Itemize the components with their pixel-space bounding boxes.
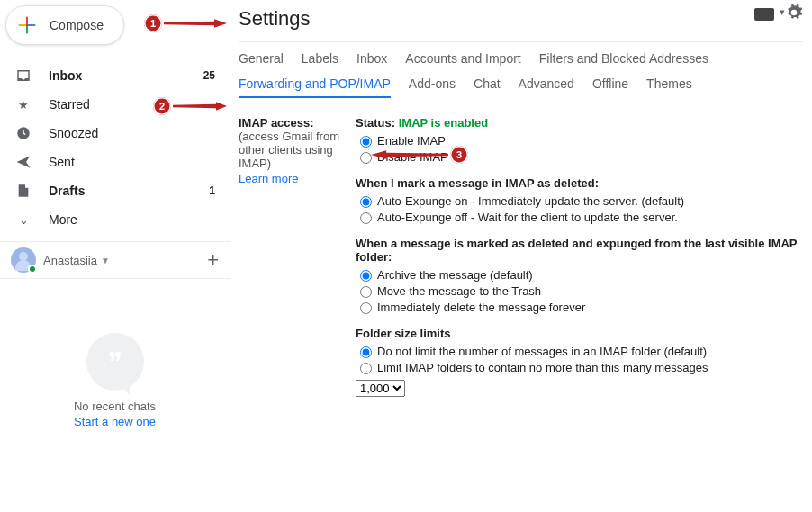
svg-rect-0 xyxy=(26,17,28,24)
account-name: Anastasiia xyxy=(43,254,97,267)
sidebar-count: 25 xyxy=(197,69,215,82)
sidebar-item-more[interactable]: ⌄ More xyxy=(0,205,230,234)
svg-rect-1 xyxy=(28,24,35,26)
sidebar-label: Drafts xyxy=(49,184,197,198)
disable-imap-label: Disable IMAP xyxy=(377,150,448,164)
delete-forever-label: Immediately delete the message forever xyxy=(377,301,585,314)
expunge-on-radio[interactable] xyxy=(360,196,372,208)
imap-note: other clients using xyxy=(239,143,352,157)
send-icon xyxy=(14,154,32,170)
tab-inbox[interactable]: Inbox xyxy=(356,51,387,71)
svg-rect-3 xyxy=(19,24,26,26)
chevron-down-icon: ⌄ xyxy=(14,213,32,227)
sidebar-item-inbox[interactable]: Inbox 25 xyxy=(0,61,230,90)
limit-label: Limit IMAP folders to contain no more th… xyxy=(377,361,708,374)
learn-more-link[interactable]: Learn more xyxy=(239,172,298,185)
expunge-off-label: Auto-Expunge off - Wait for the client t… xyxy=(377,211,678,224)
clock-icon xyxy=(14,125,32,141)
delete-forever-option[interactable]: Immediately delete the message forever xyxy=(356,300,803,314)
limit-radio[interactable] xyxy=(360,363,372,374)
sidebar-item-drafts[interactable]: Drafts 1 xyxy=(0,176,230,205)
expunge-off-radio[interactable] xyxy=(360,212,372,224)
hangouts-icon: ❞ xyxy=(86,333,144,391)
delete-forever-radio[interactable] xyxy=(360,302,372,314)
sidebar-label: Inbox xyxy=(49,68,197,83)
no-limit-option[interactable]: Do not limit the number of messages in a… xyxy=(356,344,803,358)
compose-button[interactable]: Compose xyxy=(5,5,124,45)
folder-limits-heading: Folder size limits xyxy=(356,327,803,340)
status-value: IMAP is enabled xyxy=(399,116,488,130)
disable-imap-option[interactable]: Disable IMAP xyxy=(356,149,803,164)
imap-note: IMAP) xyxy=(239,157,352,170)
enable-imap-radio[interactable] xyxy=(360,136,372,148)
compose-label: Compose xyxy=(50,18,104,32)
imap-note: (access Gmail from xyxy=(239,130,352,143)
limit-option[interactable]: Limit IMAP folders to contain no more th… xyxy=(356,360,803,374)
settings-tabs-2: Forwarding and POP/IMAP Add-ons Chat Adv… xyxy=(239,76,803,103)
presence-indicator xyxy=(28,265,37,274)
tab-themes[interactable]: Themes xyxy=(646,76,692,98)
gear-icon[interactable] xyxy=(785,4,803,24)
tab-accounts[interactable]: Accounts and Import xyxy=(405,51,520,71)
account-row[interactable]: Anastasiia ▼ + xyxy=(0,241,230,279)
tab-addons[interactable]: Add-ons xyxy=(409,76,456,98)
expunge-on-option[interactable]: Auto-Expunge on - Immediately update the… xyxy=(356,193,803,208)
page-title: Settings xyxy=(239,5,803,38)
tab-forwarding-pop-imap[interactable]: Forwarding and POP/IMAP xyxy=(239,76,391,98)
caret-down-icon: ▼ xyxy=(101,256,110,265)
tab-advanced[interactable]: Advanced xyxy=(519,76,574,98)
sidebar-label: Sent xyxy=(49,155,197,169)
sidebar-item-starred[interactable]: ★ Starred xyxy=(0,90,230,119)
trash-label: Move the message to the Trash xyxy=(377,284,541,298)
tab-chat[interactable]: Chat xyxy=(474,76,501,98)
archive-option[interactable]: Archive the message (default) xyxy=(356,267,803,282)
sidebar-label: Starred xyxy=(49,97,197,112)
tab-labels[interactable]: Labels xyxy=(302,51,338,71)
start-new-chat-link[interactable]: Start a new one xyxy=(0,415,230,428)
sidebar-count: 1 xyxy=(197,184,215,197)
inbox-icon xyxy=(14,67,32,84)
tab-offline[interactable]: Offline xyxy=(592,76,628,98)
sidebar-label: Snoozed xyxy=(49,126,197,140)
enable-imap-label: Enable IMAP xyxy=(377,134,446,148)
file-icon xyxy=(14,183,32,199)
archive-label: Archive the message (default) xyxy=(377,268,533,282)
settings-tabs: General Labels Inbox Accounts and Import… xyxy=(239,51,803,76)
avatar xyxy=(11,247,36,273)
sidebar-label: More xyxy=(49,212,197,227)
folder-limit-select[interactable]: 1,000 xyxy=(356,380,405,397)
expunge-off-option[interactable]: Auto-Expunge off - Wait for the client t… xyxy=(356,210,803,224)
archive-radio[interactable] xyxy=(360,270,372,282)
sidebar-item-snoozed[interactable]: Snoozed xyxy=(0,119,230,148)
plus-icon xyxy=(17,15,37,35)
no-chats-text: No recent chats xyxy=(0,400,230,413)
status-label: Status: xyxy=(356,116,395,130)
disable-imap-radio[interactable] xyxy=(360,152,372,164)
expunge-on-label: Auto-Expunge on - Immediately update the… xyxy=(377,194,684,208)
tab-filters[interactable]: Filters and Blocked Addresses xyxy=(539,51,708,71)
sidebar-item-sent[interactable]: Sent xyxy=(0,148,230,176)
svg-rect-2 xyxy=(26,26,28,33)
deleted-heading: When I mark a message in IMAP as deleted… xyxy=(356,176,803,190)
input-tools-icon[interactable] xyxy=(754,8,774,21)
star-icon: ★ xyxy=(14,98,32,112)
no-limit-radio[interactable] xyxy=(360,346,372,358)
trash-option[interactable]: Move the message to the Trash xyxy=(356,283,803,298)
add-account-button[interactable]: + xyxy=(207,248,219,272)
enable-imap-option[interactable]: Enable IMAP xyxy=(356,133,803,148)
trash-radio[interactable] xyxy=(360,286,372,298)
tab-general[interactable]: General xyxy=(239,51,284,71)
imap-access-heading: IMAP access: xyxy=(239,116,352,130)
no-limit-label: Do not limit the number of messages in a… xyxy=(377,345,707,358)
expunged-heading: When a message is marked as deleted and … xyxy=(356,237,803,264)
